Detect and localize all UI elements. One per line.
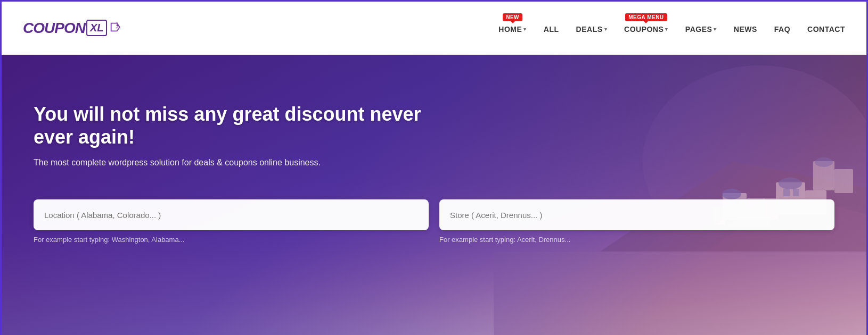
chevron-down-icon: ▾ <box>604 27 608 32</box>
store-hint-text: For example start typing: Acerit, Drennu… <box>439 236 834 244</box>
logo-xl-text: XL <box>86 20 108 36</box>
chevron-down-icon: ▾ <box>665 27 668 32</box>
hero-title: You will not miss any great discount nev… <box>34 103 449 148</box>
logo-coupon-text: COUPON <box>23 20 85 37</box>
nav-item-home[interactable]: NEW HOME ▾ <box>498 23 527 34</box>
store-search-input[interactable] <box>450 211 824 220</box>
store-search-box <box>439 199 834 230</box>
nav-link-home[interactable]: HOME ▾ <box>498 23 527 34</box>
chevron-down-icon: ▾ <box>714 27 717 32</box>
svg-point-0 <box>117 24 119 26</box>
main-nav: NEW HOME ▾ ALL DEALS ▾ MEGA MENU COUPONS… <box>498 23 845 34</box>
nav-item-coupons[interactable]: MEGA MENU COUPONS ▾ <box>624 23 668 34</box>
location-search-box <box>34 199 429 230</box>
logo[interactable]: COUPON XL <box>23 20 121 37</box>
nav-item-deals[interactable]: DEALS ▾ <box>576 23 607 34</box>
nav-link-deals[interactable]: DEALS ▾ <box>576 23 607 34</box>
logo-tag-icon <box>109 21 121 35</box>
nav-badge-coupons: MEGA MENU <box>625 13 667 21</box>
nav-link-news[interactable]: NEWS <box>734 23 757 34</box>
nav-item-faq[interactable]: FAQ <box>774 23 790 34</box>
nav-link-pages[interactable]: PAGES ▾ <box>685 23 717 34</box>
nav-link-contact[interactable]: CONTACT <box>807 23 845 34</box>
search-hints: For example start typing: Washington, Al… <box>2 230 866 244</box>
search-area <box>2 199 866 230</box>
nav-item-pages[interactable]: PAGES ▾ <box>685 23 717 34</box>
nav-item-news[interactable]: NEWS <box>734 23 757 34</box>
location-hint-text: For example start typing: Washington, Al… <box>34 236 429 244</box>
chevron-down-icon: ▾ <box>523 27 527 32</box>
location-search-input[interactable] <box>44 211 418 220</box>
hero-subtitle: The most complete wordpress solution for… <box>34 158 449 168</box>
nav-badge-home: NEW <box>503 13 522 21</box>
nav-link-faq[interactable]: FAQ <box>774 23 790 34</box>
hero-section: You will not miss any great discount nev… <box>2 55 866 335</box>
svg-line-1 <box>117 26 119 28</box>
nav-item-contact[interactable]: CONTACT <box>807 23 845 34</box>
hero-content: You will not miss any great discount nev… <box>2 55 481 168</box>
header: COUPON XL NEW HOME ▾ ALL <box>2 2 866 55</box>
nav-link-coupons[interactable]: COUPONS ▾ <box>624 23 668 34</box>
nav-link-all[interactable]: ALL <box>544 23 559 34</box>
nav-item-all[interactable]: ALL <box>544 23 559 34</box>
